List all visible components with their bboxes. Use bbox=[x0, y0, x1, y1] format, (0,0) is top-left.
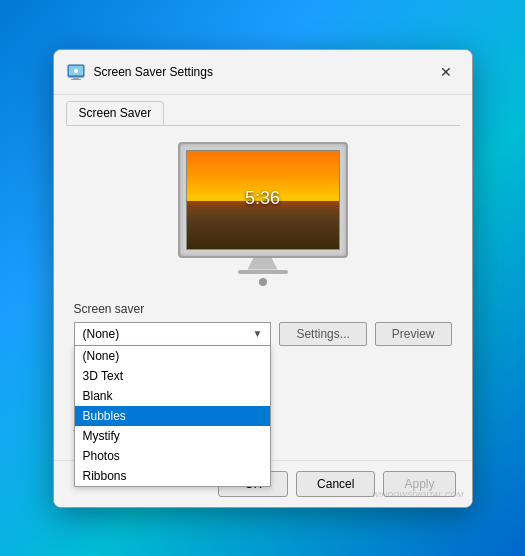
cancel-button[interactable]: Cancel bbox=[296, 471, 375, 497]
dialog-content: 5:36 Screen saver (None) ▼ (None) 3D Tex… bbox=[54, 126, 472, 460]
title-bar: Screen Saver Settings ✕ bbox=[54, 50, 472, 95]
dropdown-item-blank[interactable]: Blank bbox=[75, 386, 271, 406]
dropdown-arrow-icon: ▼ bbox=[253, 328, 263, 339]
tab-screen-saver[interactable]: Screen Saver bbox=[66, 101, 165, 125]
dropdown-item-bubbles[interactable]: Bubbles bbox=[75, 406, 271, 426]
monitor-outer: 5:36 bbox=[178, 142, 348, 258]
dropdown-value: (None) bbox=[83, 327, 120, 341]
preview-button[interactable]: Preview bbox=[375, 322, 452, 346]
dropdown-item-mystify[interactable]: Mystify bbox=[75, 426, 271, 446]
dialog-title: Screen Saver Settings bbox=[94, 65, 424, 79]
monitor-power-dot bbox=[259, 278, 267, 286]
screen-time: 5:36 bbox=[245, 188, 280, 209]
dropdown-item-3dtext[interactable]: 3D Text bbox=[75, 366, 271, 386]
dropdown-item-ribbons[interactable]: Ribbons bbox=[75, 466, 271, 486]
screensaver-row: (None) ▼ (None) 3D Text Blank Bubbles My… bbox=[74, 322, 452, 346]
tabs-bar: Screen Saver bbox=[54, 95, 472, 125]
monitor-frame: 5:36 bbox=[178, 142, 348, 286]
dropdown-item-photos[interactable]: Photos bbox=[75, 446, 271, 466]
watermark: WINDOWSDIGITAL.COM bbox=[372, 490, 464, 499]
screensaver-label: Screen saver bbox=[74, 302, 452, 316]
monitor-base bbox=[248, 258, 278, 270]
settings-button[interactable]: Settings... bbox=[279, 322, 366, 346]
dropdown-item-none[interactable]: (None) bbox=[75, 346, 271, 366]
monitor-screen: 5:36 bbox=[186, 150, 340, 250]
screensaver-dropdown-container: (None) ▼ (None) 3D Text Blank Bubbles My… bbox=[74, 322, 272, 346]
screen-saver-dialog: Screen Saver Settings ✕ Screen Saver 5:3… bbox=[53, 49, 473, 508]
svg-rect-3 bbox=[71, 79, 81, 80]
screensaver-dropdown-menu: (None) 3D Text Blank Bubbles Mystify Pho… bbox=[74, 346, 272, 487]
dialog-icon bbox=[66, 62, 86, 82]
close-button[interactable]: ✕ bbox=[432, 58, 460, 86]
svg-rect-2 bbox=[73, 77, 79, 79]
monitor-stand bbox=[238, 270, 288, 274]
preview-area: 5:36 bbox=[74, 142, 452, 286]
screensaver-dropdown[interactable]: (None) ▼ bbox=[74, 322, 272, 346]
